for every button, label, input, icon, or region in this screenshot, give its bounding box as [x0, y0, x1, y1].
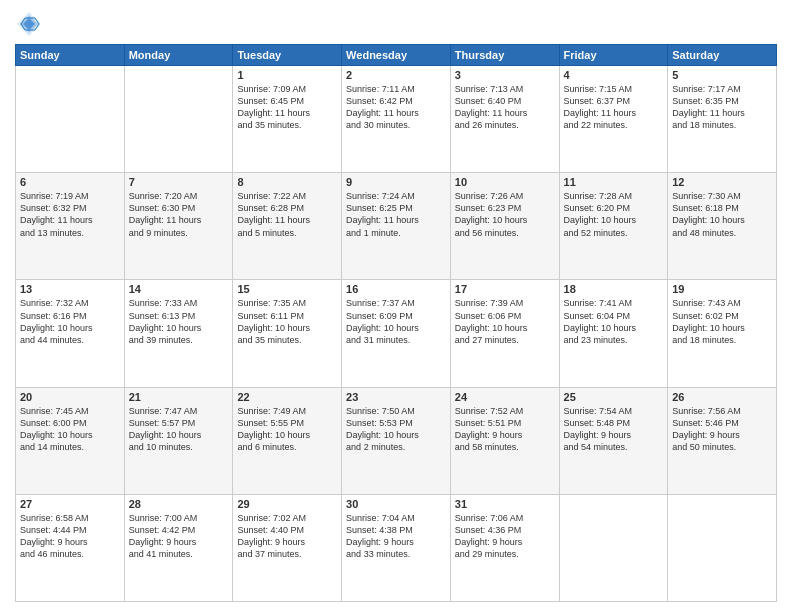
- cell-info: Sunrise: 7:56 AM Sunset: 5:46 PM Dayligh…: [672, 405, 772, 454]
- cell-info: Sunrise: 7:49 AM Sunset: 5:55 PM Dayligh…: [237, 405, 337, 454]
- calendar-cell: 15Sunrise: 7:35 AM Sunset: 6:11 PM Dayli…: [233, 280, 342, 387]
- calendar-week-4: 20Sunrise: 7:45 AM Sunset: 6:00 PM Dayli…: [16, 387, 777, 494]
- day-header-thursday: Thursday: [450, 45, 559, 66]
- day-number: 9: [346, 176, 446, 188]
- day-number: 13: [20, 283, 120, 295]
- cell-info: Sunrise: 7:15 AM Sunset: 6:37 PM Dayligh…: [564, 83, 664, 132]
- calendar-cell: 6Sunrise: 7:19 AM Sunset: 6:32 PM Daylig…: [16, 173, 125, 280]
- calendar-cell: 10Sunrise: 7:26 AM Sunset: 6:23 PM Dayli…: [450, 173, 559, 280]
- day-header-sunday: Sunday: [16, 45, 125, 66]
- day-number: 30: [346, 498, 446, 510]
- cell-info: Sunrise: 7:54 AM Sunset: 5:48 PM Dayligh…: [564, 405, 664, 454]
- calendar-cell: 3Sunrise: 7:13 AM Sunset: 6:40 PM Daylig…: [450, 66, 559, 173]
- day-number: 2: [346, 69, 446, 81]
- day-number: 12: [672, 176, 772, 188]
- calendar-cell: 20Sunrise: 7:45 AM Sunset: 6:00 PM Dayli…: [16, 387, 125, 494]
- cell-info: Sunrise: 7:41 AM Sunset: 6:04 PM Dayligh…: [564, 297, 664, 346]
- day-number: 8: [237, 176, 337, 188]
- calendar-cell: 12Sunrise: 7:30 AM Sunset: 6:18 PM Dayli…: [668, 173, 777, 280]
- calendar-cell: 24Sunrise: 7:52 AM Sunset: 5:51 PM Dayli…: [450, 387, 559, 494]
- page: SundayMondayTuesdayWednesdayThursdayFrid…: [0, 0, 792, 612]
- cell-info: Sunrise: 7:32 AM Sunset: 6:16 PM Dayligh…: [20, 297, 120, 346]
- header: [15, 10, 777, 38]
- day-number: 31: [455, 498, 555, 510]
- day-number: 11: [564, 176, 664, 188]
- calendar-week-3: 13Sunrise: 7:32 AM Sunset: 6:16 PM Dayli…: [16, 280, 777, 387]
- cell-info: Sunrise: 7:45 AM Sunset: 6:00 PM Dayligh…: [20, 405, 120, 454]
- cell-info: Sunrise: 7:20 AM Sunset: 6:30 PM Dayligh…: [129, 190, 229, 239]
- day-header-saturday: Saturday: [668, 45, 777, 66]
- calendar-cell: 17Sunrise: 7:39 AM Sunset: 6:06 PM Dayli…: [450, 280, 559, 387]
- day-number: 7: [129, 176, 229, 188]
- cell-info: Sunrise: 7:04 AM Sunset: 4:38 PM Dayligh…: [346, 512, 446, 561]
- day-number: 26: [672, 391, 772, 403]
- calendar-cell: 8Sunrise: 7:22 AM Sunset: 6:28 PM Daylig…: [233, 173, 342, 280]
- day-number: 6: [20, 176, 120, 188]
- day-header-tuesday: Tuesday: [233, 45, 342, 66]
- day-number: 19: [672, 283, 772, 295]
- cell-info: Sunrise: 7:19 AM Sunset: 6:32 PM Dayligh…: [20, 190, 120, 239]
- calendar-cell: 4Sunrise: 7:15 AM Sunset: 6:37 PM Daylig…: [559, 66, 668, 173]
- cell-info: Sunrise: 7:24 AM Sunset: 6:25 PM Dayligh…: [346, 190, 446, 239]
- cell-info: Sunrise: 7:17 AM Sunset: 6:35 PM Dayligh…: [672, 83, 772, 132]
- cell-info: Sunrise: 7:50 AM Sunset: 5:53 PM Dayligh…: [346, 405, 446, 454]
- logo: [15, 10, 47, 38]
- cell-info: Sunrise: 7:00 AM Sunset: 4:42 PM Dayligh…: [129, 512, 229, 561]
- day-number: 23: [346, 391, 446, 403]
- day-header-monday: Monday: [124, 45, 233, 66]
- calendar-cell: 13Sunrise: 7:32 AM Sunset: 6:16 PM Dayli…: [16, 280, 125, 387]
- cell-info: Sunrise: 7:33 AM Sunset: 6:13 PM Dayligh…: [129, 297, 229, 346]
- day-number: 28: [129, 498, 229, 510]
- calendar-cell: 9Sunrise: 7:24 AM Sunset: 6:25 PM Daylig…: [342, 173, 451, 280]
- cell-info: Sunrise: 7:28 AM Sunset: 6:20 PM Dayligh…: [564, 190, 664, 239]
- calendar-header-row: SundayMondayTuesdayWednesdayThursdayFrid…: [16, 45, 777, 66]
- day-header-wednesday: Wednesday: [342, 45, 451, 66]
- calendar-cell: 5Sunrise: 7:17 AM Sunset: 6:35 PM Daylig…: [668, 66, 777, 173]
- cell-info: Sunrise: 7:43 AM Sunset: 6:02 PM Dayligh…: [672, 297, 772, 346]
- day-number: 15: [237, 283, 337, 295]
- calendar-week-1: 1Sunrise: 7:09 AM Sunset: 6:45 PM Daylig…: [16, 66, 777, 173]
- day-number: 27: [20, 498, 120, 510]
- cell-info: Sunrise: 7:06 AM Sunset: 4:36 PM Dayligh…: [455, 512, 555, 561]
- calendar-cell: 29Sunrise: 7:02 AM Sunset: 4:40 PM Dayli…: [233, 494, 342, 601]
- cell-info: Sunrise: 7:13 AM Sunset: 6:40 PM Dayligh…: [455, 83, 555, 132]
- cell-info: Sunrise: 7:09 AM Sunset: 6:45 PM Dayligh…: [237, 83, 337, 132]
- cell-info: Sunrise: 7:37 AM Sunset: 6:09 PM Dayligh…: [346, 297, 446, 346]
- calendar-cell: 14Sunrise: 7:33 AM Sunset: 6:13 PM Dayli…: [124, 280, 233, 387]
- cell-info: Sunrise: 7:11 AM Sunset: 6:42 PM Dayligh…: [346, 83, 446, 132]
- cell-info: Sunrise: 7:26 AM Sunset: 6:23 PM Dayligh…: [455, 190, 555, 239]
- cell-info: Sunrise: 7:22 AM Sunset: 6:28 PM Dayligh…: [237, 190, 337, 239]
- calendar-table: SundayMondayTuesdayWednesdayThursdayFrid…: [15, 44, 777, 602]
- day-number: 25: [564, 391, 664, 403]
- calendar-cell: 11Sunrise: 7:28 AM Sunset: 6:20 PM Dayli…: [559, 173, 668, 280]
- day-number: 5: [672, 69, 772, 81]
- calendar-cell: 31Sunrise: 7:06 AM Sunset: 4:36 PM Dayli…: [450, 494, 559, 601]
- day-header-friday: Friday: [559, 45, 668, 66]
- day-number: 3: [455, 69, 555, 81]
- calendar-cell: 16Sunrise: 7:37 AM Sunset: 6:09 PM Dayli…: [342, 280, 451, 387]
- calendar-cell: [124, 66, 233, 173]
- cell-info: Sunrise: 7:52 AM Sunset: 5:51 PM Dayligh…: [455, 405, 555, 454]
- calendar-cell: 23Sunrise: 7:50 AM Sunset: 5:53 PM Dayli…: [342, 387, 451, 494]
- calendar-cell: 22Sunrise: 7:49 AM Sunset: 5:55 PM Dayli…: [233, 387, 342, 494]
- calendar-cell: 27Sunrise: 6:58 AM Sunset: 4:44 PM Dayli…: [16, 494, 125, 601]
- calendar-week-5: 27Sunrise: 6:58 AM Sunset: 4:44 PM Dayli…: [16, 494, 777, 601]
- day-number: 16: [346, 283, 446, 295]
- day-number: 24: [455, 391, 555, 403]
- calendar-week-2: 6Sunrise: 7:19 AM Sunset: 6:32 PM Daylig…: [16, 173, 777, 280]
- cell-info: Sunrise: 7:02 AM Sunset: 4:40 PM Dayligh…: [237, 512, 337, 561]
- calendar-cell: [559, 494, 668, 601]
- calendar-cell: 28Sunrise: 7:00 AM Sunset: 4:42 PM Dayli…: [124, 494, 233, 601]
- calendar-cell: [668, 494, 777, 601]
- day-number: 22: [237, 391, 337, 403]
- cell-info: Sunrise: 7:30 AM Sunset: 6:18 PM Dayligh…: [672, 190, 772, 239]
- cell-info: Sunrise: 7:47 AM Sunset: 5:57 PM Dayligh…: [129, 405, 229, 454]
- calendar-cell: 7Sunrise: 7:20 AM Sunset: 6:30 PM Daylig…: [124, 173, 233, 280]
- calendar-cell: 26Sunrise: 7:56 AM Sunset: 5:46 PM Dayli…: [668, 387, 777, 494]
- cell-info: Sunrise: 7:39 AM Sunset: 6:06 PM Dayligh…: [455, 297, 555, 346]
- day-number: 21: [129, 391, 229, 403]
- day-number: 20: [20, 391, 120, 403]
- cell-info: Sunrise: 6:58 AM Sunset: 4:44 PM Dayligh…: [20, 512, 120, 561]
- calendar-cell: 2Sunrise: 7:11 AM Sunset: 6:42 PM Daylig…: [342, 66, 451, 173]
- calendar-cell: [16, 66, 125, 173]
